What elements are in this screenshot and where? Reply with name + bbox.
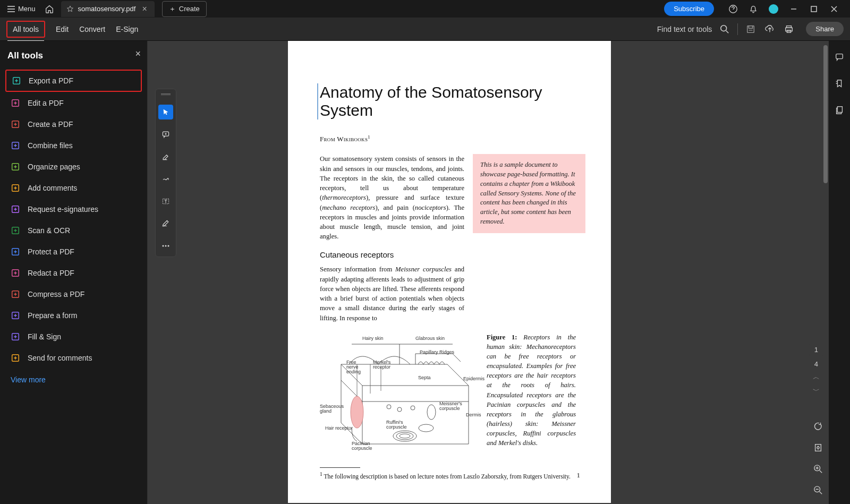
tool-prepare-a-form[interactable]: Prepare a form: [5, 305, 142, 326]
zoom-out-icon[interactable]: [812, 484, 824, 497]
menu-label: Menu: [18, 5, 36, 13]
view-controls: [812, 420, 824, 497]
all-tools-panel: All tools × Export a PDFEdit a PDFCreate…: [0, 41, 148, 504]
tool-label: Combine files: [28, 141, 73, 150]
bookmarks-panel-icon[interactable]: [833, 77, 846, 90]
fig-label: Ruffini's corpuscle: [386, 420, 407, 430]
tool-icon: [11, 183, 20, 193]
upload-icon[interactable]: [763, 23, 776, 36]
save-icon[interactable]: [744, 23, 757, 36]
tool-icon: [11, 311, 20, 320]
tool-label: Export a PDF: [29, 76, 73, 85]
svg-point-25: [168, 245, 169, 247]
tool-add-comments[interactable]: Add comments: [5, 178, 142, 198]
drag-handle[interactable]: [161, 93, 171, 95]
tool-protect-a-pdf[interactable]: Protect a PDF: [5, 242, 142, 262]
sign-tool-icon[interactable]: [158, 216, 173, 231]
print-icon[interactable]: [783, 23, 795, 36]
maximize-icon[interactable]: [808, 3, 820, 15]
home-icon[interactable]: [43, 3, 56, 15]
close-tab-icon[interactable]: ×: [140, 4, 149, 14]
share-button[interactable]: Share: [806, 22, 844, 36]
view-more-link[interactable]: View more: [5, 368, 142, 384]
bell-icon[interactable]: [747, 3, 760, 15]
tool-label: Protect a PDF: [28, 247, 74, 256]
info-box: This is a sample document to showcase pa…: [473, 154, 585, 233]
tool-label: Send for comments: [28, 354, 92, 362]
svg-rect-5: [786, 28, 793, 31]
create-button[interactable]: ＋ Create: [162, 1, 207, 17]
tool-export-a-pdf[interactable]: Export a PDF: [5, 70, 142, 92]
svg-rect-42: [837, 107, 842, 113]
tab-all-tools[interactable]: All tools: [6, 21, 45, 38]
profile-avatar[interactable]: [767, 3, 780, 15]
tool-icon: [11, 332, 20, 341]
scrollbar[interactable]: [823, 45, 828, 183]
current-page[interactable]: 1: [809, 344, 823, 356]
tool-fill-sign[interactable]: Fill & Sign: [5, 327, 142, 347]
draw-tool-icon[interactable]: [158, 172, 173, 186]
prev-page-icon[interactable]: ︿: [813, 372, 820, 382]
tool-icon: [11, 268, 20, 278]
close-panel-icon[interactable]: ×: [135, 48, 141, 59]
figure-caption: Figure 1: Receptors in the human skin: M…: [487, 332, 576, 448]
tool-request-e-signatures[interactable]: Request e-signatures: [5, 199, 142, 219]
tool-label: Compress a PDF: [28, 290, 84, 298]
tool-icon: [11, 289, 20, 299]
titlebar: Menu somatosensory.pdf × ＋ Create Subscr…: [0, 0, 850, 18]
subscribe-button[interactable]: Subscribe: [664, 2, 714, 16]
tool-scan-ocr[interactable]: Scan & OCR: [5, 220, 142, 241]
svg-rect-1: [811, 6, 817, 12]
comment-tool-icon[interactable]: [158, 127, 173, 142]
tab-convert[interactable]: Convert: [79, 21, 105, 38]
right-rail: [829, 41, 850, 504]
tool-icon: [11, 119, 20, 129]
tool-icon: [11, 353, 20, 363]
menu-button[interactable]: Menu: [2, 2, 41, 16]
text-tool-icon[interactable]: [158, 194, 173, 209]
next-page-icon[interactable]: ﹀: [813, 386, 820, 396]
tool-icon: [11, 226, 20, 235]
tool-create-a-pdf[interactable]: Create a PDF: [5, 114, 142, 134]
fig-label: Dermis: [466, 412, 481, 417]
comments-panel-icon[interactable]: [833, 50, 846, 63]
fit-page-icon[interactable]: [812, 441, 824, 454]
star-icon[interactable]: [66, 5, 74, 13]
highlight-tool-icon[interactable]: [158, 149, 173, 164]
tool-organize-pages[interactable]: Organize pages: [5, 157, 142, 177]
tool-icon: [11, 98, 20, 108]
tab-title: somatosensory.pdf: [78, 5, 136, 13]
zoom-in-icon[interactable]: [812, 463, 824, 475]
search-icon[interactable]: [718, 23, 731, 36]
minimize-icon[interactable]: [787, 3, 800, 15]
help-icon[interactable]: [727, 3, 740, 15]
fig-label: Papillary Ridges: [420, 349, 454, 355]
svg-point-2: [721, 25, 727, 31]
tool-combine-files[interactable]: Combine files: [5, 135, 142, 156]
tab-edit[interactable]: Edit: [56, 21, 69, 38]
rotate-icon[interactable]: [812, 420, 824, 433]
figure-1: Hairy skin Glabrous skin Papillary Ridge…: [320, 332, 479, 460]
fig-label: Pacinian corpuscle: [352, 441, 373, 451]
toolbar: All tools Edit Convert E-Sign Find text …: [0, 18, 850, 41]
document-viewport[interactable]: Anatomy of the Somatosensory System From…: [148, 41, 829, 504]
tool-label: Edit a PDF: [28, 99, 64, 107]
tab-esign[interactable]: E-Sign: [116, 21, 138, 38]
svg-point-23: [163, 245, 164, 247]
plus-icon: ＋: [169, 4, 176, 14]
body-paragraph-1: Our somatosensory system consists of sen…: [320, 154, 464, 323]
tool-icon: [11, 141, 20, 150]
close-window-icon[interactable]: [828, 3, 840, 15]
fig-label: Sebaceous gland: [320, 404, 341, 414]
tool-send-for-comments[interactable]: Send for comments: [5, 348, 142, 368]
tool-label: Organize pages: [28, 163, 80, 171]
more-tools-icon[interactable]: [158, 238, 173, 253]
document-tab[interactable]: somatosensory.pdf ×: [61, 1, 155, 17]
page-navigator: 1 4 ︿ ﹀: [809, 344, 823, 396]
tool-compress-a-pdf[interactable]: Compress a PDF: [5, 284, 142, 304]
heading-cutaneous: Cutaneous receptors: [320, 249, 464, 261]
tool-edit-a-pdf[interactable]: Edit a PDF: [5, 93, 142, 113]
select-tool-icon[interactable]: [158, 105, 173, 119]
pages-panel-icon[interactable]: [833, 104, 846, 116]
tool-redact-a-pdf[interactable]: Redact a PDF: [5, 263, 142, 283]
